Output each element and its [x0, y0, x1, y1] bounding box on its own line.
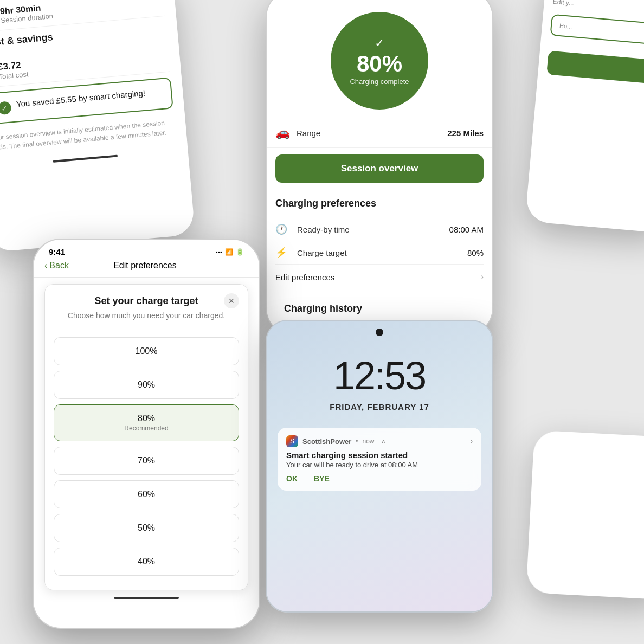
- session-overview-button[interactable]: Session overview: [275, 154, 484, 183]
- app-name: ScottishPower: [302, 437, 351, 446]
- right-top-subtitle: Edit y...: [552, 0, 644, 16]
- option-40[interactable]: 40%: [54, 548, 239, 576]
- status-icons: ▪▪▪ 📶 🔋: [215, 248, 244, 256]
- option-50[interactable]: 50%: [54, 514, 239, 542]
- notif-expand-icon: ∧: [381, 437, 386, 445]
- camera-icon: [376, 329, 383, 336]
- notif-actions: OK BYE: [286, 474, 473, 483]
- notification-card[interactable]: S ScottishPower • now ∧ › Smart charging…: [278, 428, 481, 491]
- notif-timestamp: now: [363, 437, 375, 445]
- notif-bye-button[interactable]: BYE: [314, 474, 330, 483]
- option-80-selected[interactable]: 80%Recommended: [54, 404, 239, 441]
- bolt-icon: ⚡: [275, 247, 291, 259]
- recommended-label: Recommended: [63, 424, 230, 432]
- notif-chevron-icon: ›: [471, 437, 473, 445]
- app-logo-icon: S: [286, 435, 298, 447]
- signal-icon: ▪▪▪: [215, 248, 222, 256]
- dot-separator: •: [356, 437, 358, 445]
- check-icon: ✓: [375, 36, 384, 50]
- range-value: 225 Miles: [447, 128, 484, 138]
- phone-center: ✓ 80% Charging complete 🚗 Range 225 Mile…: [266, 0, 493, 336]
- notif-title: Smart charging session started: [286, 450, 473, 460]
- home-indicator: [114, 597, 179, 599]
- savings-check-icon: ✓: [0, 101, 12, 115]
- option-70[interactable]: 70%: [54, 447, 239, 475]
- back-button[interactable]: ‹ Back: [44, 261, 69, 271]
- charge-target-row: ⚡ Charge target 80%: [275, 241, 484, 265]
- modal-title: Set your charge target: [56, 295, 237, 311]
- right-green-button[interactable]: [546, 50, 644, 85]
- wifi-icon: 📶: [225, 248, 233, 256]
- modal-subtitle: Choose how much you need your car charge…: [56, 311, 237, 329]
- charge-target-label: Charge target: [297, 248, 467, 257]
- android-date: FRIDAY, FEBRUARY 17: [267, 398, 492, 411]
- edit-preferences-row[interactable]: Edit preferences ›: [275, 265, 484, 289]
- notification-header: S ScottishPower • now ∧ ›: [286, 435, 473, 447]
- charge-options-list: 100% 90% 80%Recommended 70% 60% 50% 40%: [45, 329, 248, 590]
- phone-android: 12:53 FRIDAY, FEBRUARY 17 S ScottishPowe…: [266, 320, 493, 613]
- chevron-right-icon: ›: [481, 272, 484, 282]
- battery-icon: 🔋: [236, 248, 244, 256]
- notif-ok-button[interactable]: OK: [286, 474, 298, 483]
- charging-history-label: Charging history: [275, 294, 484, 314]
- charging-preferences-section: Charging preferences 🕐 Ready-by time 08:…: [267, 189, 492, 314]
- phone-edit-preferences: 9:41 ▪▪▪ 📶 🔋 ‹ Back Edit preferences Set…: [33, 239, 260, 629]
- charge-percent: 80%: [357, 53, 402, 75]
- notif-body: Your car will be ready to drive at 08:00…: [286, 461, 473, 469]
- ready-by-label: Ready-by time: [297, 225, 449, 234]
- edit-nav-bar: ‹ Back Edit preferences: [34, 261, 259, 275]
- home-indicator: [53, 154, 118, 162]
- option-100[interactable]: 100%: [54, 337, 239, 365]
- back-label: Back: [49, 261, 69, 271]
- charge-target-value: 80%: [467, 248, 484, 257]
- right-input-label: Ho...: [559, 22, 644, 38]
- prefs-title: Charging preferences: [275, 198, 484, 209]
- range-row: 🚗 Range 225 Miles: [267, 118, 492, 148]
- ready-by-row: 🕐 Ready-by time 08:00 AM: [275, 218, 484, 241]
- option-90[interactable]: 90%: [54, 371, 239, 399]
- edit-header-title: Edit preferences: [69, 261, 221, 271]
- charge-circle-container: ✓ 80% Charging complete: [267, 1, 492, 118]
- charge-circle: ✓ 80% Charging complete: [331, 12, 428, 110]
- charge-label: Charging complete: [350, 78, 409, 86]
- numpad-row-comma: ,: [529, 512, 644, 544]
- phone-right-bottom: 1 4 7 ,: [526, 430, 644, 600]
- right-input-box[interactable]: Ho...: [550, 14, 644, 47]
- car-icon: 🚗: [275, 126, 290, 140]
- edit-preferences-label: Edit preferences: [275, 273, 481, 282]
- phone-right-top: Edit preferences Edit y... Ho...: [525, 0, 644, 233]
- modal-close-button[interactable]: ✕: [224, 293, 239, 308]
- option-60[interactable]: 60%: [54, 480, 239, 508]
- charge-target-modal: Set your charge target Choose how much y…: [44, 284, 248, 590]
- modal-header: Set your charge target Choose how much y…: [45, 285, 248, 329]
- phone-cost-savings: 🕐 9hr 30min Session duration Cost & savi…: [0, 0, 195, 253]
- disclaimer-text: Your session overview is initially estim…: [0, 117, 176, 152]
- range-label: Range: [297, 128, 447, 138]
- header-divider: [34, 277, 259, 278]
- savings-text: You saved £5.55 by smart charging!: [16, 88, 145, 109]
- status-time: 9:41: [49, 247, 65, 256]
- back-chevron-icon: ‹: [44, 261, 47, 271]
- clock-pref-icon: 🕐: [275, 223, 291, 235]
- section-divider: [275, 292, 484, 292]
- total-cost-label: Total cost: [0, 70, 29, 81]
- status-bar: 9:41 ▪▪▪ 📶 🔋: [34, 240, 259, 261]
- ready-by-value: 08:00 AM: [449, 225, 484, 234]
